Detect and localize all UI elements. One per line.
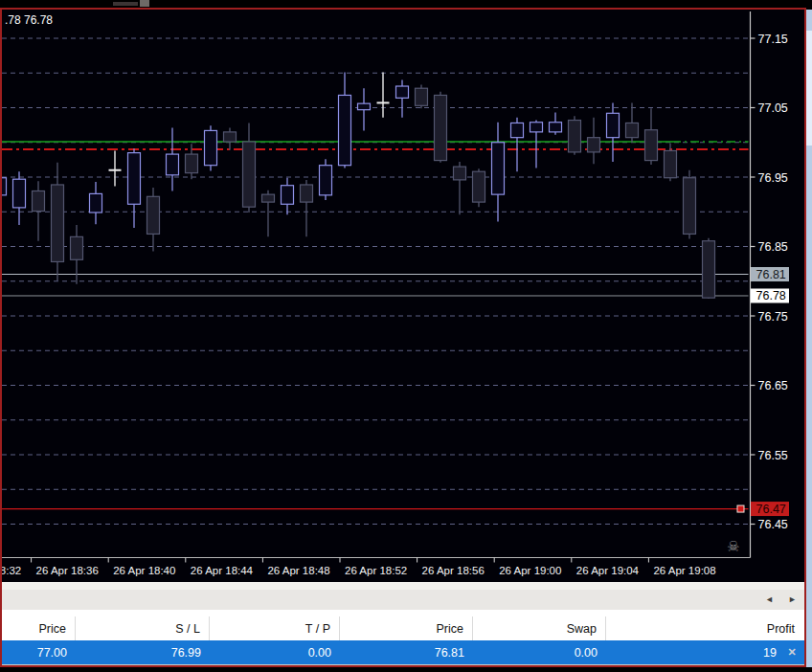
scroll-right-icon[interactable]: ► bbox=[788, 594, 797, 604]
candle-body bbox=[626, 123, 639, 137]
price-axis-label[interactable]: 76.95 bbox=[758, 171, 788, 185]
time-axis-label[interactable]: 26 Apr 18:32 bbox=[2, 565, 21, 576]
time-axis-label[interactable]: 26 Apr 18:52 bbox=[345, 565, 407, 576]
candle-body bbox=[243, 142, 256, 207]
header-price-cur[interactable]: Price bbox=[340, 616, 473, 640]
candle-body bbox=[530, 123, 543, 132]
price-tag-label: 76.47 bbox=[756, 503, 786, 516]
header-sl[interactable]: S / L bbox=[76, 616, 210, 640]
header-profit[interactable]: Profit bbox=[606, 616, 803, 640]
order-price-cur: 76.81 bbox=[340, 640, 473, 664]
time-axis-label[interactable]: 26 Apr 19:00 bbox=[499, 565, 561, 576]
candle-body bbox=[262, 194, 275, 202]
candle-body bbox=[358, 103, 371, 110]
orders-header-row: Price S / L T / P Price Swap Profit bbox=[2, 616, 804, 640]
price-axis-label[interactable]: 76.85 bbox=[758, 240, 788, 254]
time-axis-label[interactable]: 26 Apr 19:04 bbox=[576, 565, 640, 576]
candle-body bbox=[147, 196, 160, 234]
candle-body bbox=[282, 186, 294, 205]
close-order-icon[interactable]: ✕ bbox=[785, 645, 799, 659]
candle-body bbox=[128, 153, 141, 205]
scroll-left-icon[interactable]: ◄ bbox=[765, 594, 774, 604]
price-axis-label[interactable]: 76.55 bbox=[758, 449, 788, 462]
candle-body bbox=[511, 123, 524, 137]
candle-body bbox=[416, 88, 428, 105]
candle-body bbox=[339, 95, 351, 165]
time-axis-label[interactable]: 26 Apr 18:48 bbox=[267, 565, 329, 576]
order-price-open: 77.00 bbox=[2, 640, 76, 664]
candle-body bbox=[320, 166, 332, 195]
candle-body bbox=[435, 95, 447, 160]
candlestick-chart[interactable]: 77.1577.0576.9576.8576.7576.6576.5576.45… bbox=[2, 10, 804, 582]
candle-body bbox=[205, 130, 217, 165]
time-axis-label[interactable]: 26 Apr 18:56 bbox=[422, 565, 485, 576]
candle-body bbox=[550, 123, 562, 132]
ohlc-info-line: .78 76.78 bbox=[5, 13, 53, 27]
vertical-scrollbar[interactable] bbox=[806, 10, 812, 667]
candle-body bbox=[301, 185, 313, 202]
candle-body bbox=[569, 121, 581, 152]
candle-body bbox=[13, 179, 26, 208]
time-axis-label[interactable]: 26 Apr 19:08 bbox=[653, 565, 715, 576]
chart-window-frame: 77.1577.0576.9576.8576.7576.6576.5576.45… bbox=[0, 8, 806, 667]
candle-body bbox=[607, 113, 620, 137]
candle-body bbox=[71, 236, 83, 259]
candle-body bbox=[492, 143, 505, 194]
order-swap: 0.00 bbox=[473, 640, 606, 664]
price-tag-label: 76.78 bbox=[756, 289, 786, 302]
order-row-selected[interactable]: 77.00 76.99 0.00 76.81 0.00 19 ✕ bbox=[2, 640, 804, 664]
header-swap[interactable]: Swap bbox=[473, 616, 606, 640]
price-axis-label[interactable]: 76.65 bbox=[758, 379, 788, 392]
header-tp[interactable]: T / P bbox=[210, 616, 340, 640]
candle-body bbox=[33, 191, 45, 212]
price-axis-label[interactable]: 77.15 bbox=[758, 33, 788, 46]
candle-body bbox=[90, 193, 102, 213]
order-sl: 76.99 bbox=[76, 640, 210, 664]
panel-gap bbox=[2, 610, 804, 616]
panel-spacer bbox=[2, 582, 804, 590]
panel-bottom-line bbox=[2, 664, 804, 665]
time-axis-label[interactable]: 26 Apr 18:40 bbox=[113, 565, 175, 576]
window-artifact bbox=[140, 0, 149, 7]
candle-body bbox=[52, 185, 64, 261]
panel-toolbar: ◄ ► bbox=[2, 590, 804, 610]
candle-body bbox=[703, 241, 715, 298]
order-tp: 0.00 bbox=[210, 640, 340, 664]
price-axis-label[interactable]: 76.45 bbox=[758, 518, 788, 531]
price-axis-label[interactable]: 77.05 bbox=[758, 101, 788, 115]
price-axis-label[interactable]: 76.75 bbox=[758, 310, 788, 324]
candle-body bbox=[645, 130, 658, 161]
scrollbar-thumb[interactable] bbox=[806, 31, 812, 146]
candle-body bbox=[167, 154, 179, 175]
candle-body bbox=[473, 171, 485, 202]
candle-body bbox=[665, 150, 677, 177]
candle-body bbox=[186, 154, 198, 173]
time-axis-label[interactable]: 26 Apr 18:44 bbox=[191, 565, 254, 576]
header-price-open[interactable]: Price bbox=[2, 616, 76, 640]
chart-canvas[interactable]: 77.1577.0576.9576.8576.7576.6576.5576.45… bbox=[2, 10, 804, 582]
candle-body bbox=[588, 138, 600, 152]
window-artifact bbox=[113, 2, 138, 6]
time-axis-label[interactable]: 26 Apr 18:36 bbox=[36, 565, 99, 576]
line-end-marker bbox=[737, 505, 744, 512]
candle-body bbox=[2, 178, 7, 195]
order-profit: 19 bbox=[606, 640, 803, 664]
price-tag-label: 76.81 bbox=[756, 268, 786, 281]
terminal-panel: ◄ ► Price S / L T / P Price Swap Profit … bbox=[2, 582, 804, 665]
candle-body bbox=[224, 132, 237, 142]
skull-icon[interactable]: ☠ bbox=[727, 538, 739, 554]
candle-body bbox=[396, 86, 409, 98]
trading-terminal-window: 77.1577.0576.9576.8576.7576.6576.5576.45… bbox=[0, 0, 812, 672]
candle-body bbox=[684, 178, 696, 235]
candle-body bbox=[454, 167, 466, 180]
